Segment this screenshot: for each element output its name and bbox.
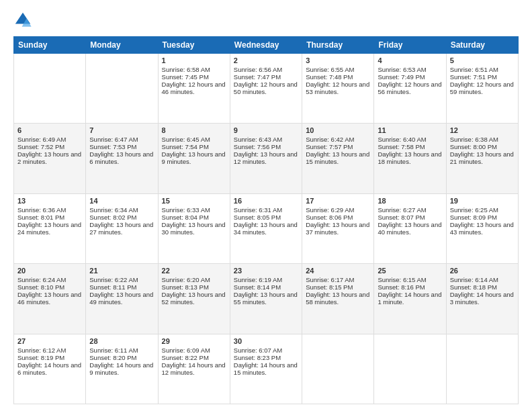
day-info: Sunset: 8:19 PM (17, 354, 82, 361)
day-number: 6 (17, 126, 82, 134)
day-info: Daylight: 13 hours and 6 minutes. (89, 150, 154, 165)
day-info: Sunrise: 6:45 AM (162, 136, 226, 143)
day-info: Sunrise: 6:36 AM (17, 206, 82, 214)
day-info: Sunset: 7:58 PM (378, 143, 442, 150)
day-number: 25 (378, 267, 442, 275)
calendar-cell: 2Sunrise: 6:56 AMSunset: 7:47 PMDaylight… (230, 54, 302, 124)
day-info: Sunrise: 6:14 AM (450, 276, 515, 283)
day-info: Sunrise: 6:56 AM (234, 66, 298, 73)
day-info: Daylight: 13 hours and 34 minutes. (234, 221, 298, 236)
day-info: Daylight: 14 hours and 15 minutes. (234, 361, 298, 376)
col-header-sunday: Sunday (14, 37, 86, 54)
day-number: 17 (306, 197, 370, 205)
col-header-saturday: Saturday (446, 37, 518, 54)
day-info: Daylight: 13 hours and 40 minutes. (378, 221, 442, 236)
day-info: Sunset: 8:18 PM (450, 283, 515, 291)
day-info: Daylight: 12 hours and 46 minutes. (162, 81, 226, 95)
day-number: 18 (378, 197, 442, 205)
day-info: Sunset: 7:49 PM (378, 73, 442, 81)
day-info: Sunrise: 6:12 AM (17, 347, 82, 354)
calendar-cell: 5Sunrise: 6:51 AMSunset: 7:51 PMDaylight… (446, 54, 518, 124)
day-number: 24 (306, 267, 370, 275)
day-info: Sunrise: 6:17 AM (306, 276, 370, 283)
day-info: Daylight: 12 hours and 53 minutes. (306, 81, 370, 95)
calendar-cell (302, 334, 374, 404)
day-number: 27 (17, 337, 82, 345)
day-info: Sunset: 8:07 PM (378, 214, 442, 221)
day-info: Sunrise: 6:47 AM (89, 136, 154, 143)
calendar-cell (446, 334, 518, 404)
calendar-cell: 8Sunrise: 6:45 AMSunset: 7:54 PMDaylight… (158, 124, 230, 193)
calendar-cell: 26Sunrise: 6:14 AMSunset: 8:18 PMDayligh… (446, 264, 518, 334)
day-info: Daylight: 13 hours and 49 minutes. (89, 291, 154, 306)
day-info: Daylight: 14 hours and 12 minutes. (162, 361, 226, 376)
day-number: 3 (306, 56, 370, 64)
day-info: Sunrise: 6:38 AM (450, 136, 515, 143)
week-row-1: 1Sunrise: 6:58 AMSunset: 7:45 PMDaylight… (14, 54, 519, 124)
col-header-monday: Monday (86, 37, 158, 54)
day-number: 20 (17, 267, 82, 275)
day-info: Sunset: 8:14 PM (234, 283, 298, 291)
day-info: Sunset: 7:52 PM (17, 143, 82, 150)
day-info: Daylight: 13 hours and 27 minutes. (89, 221, 154, 236)
day-info: Sunrise: 6:43 AM (234, 136, 298, 143)
calendar-cell: 11Sunrise: 6:40 AMSunset: 7:58 PMDayligh… (374, 124, 446, 193)
calendar-cell: 15Sunrise: 6:33 AMSunset: 8:04 PMDayligh… (158, 193, 230, 263)
week-row-3: 13Sunrise: 6:36 AMSunset: 8:01 PMDayligh… (14, 193, 519, 263)
calendar-cell: 14Sunrise: 6:34 AMSunset: 8:02 PMDayligh… (86, 193, 158, 263)
day-info: Sunset: 7:47 PM (234, 73, 298, 81)
calendar-cell: 25Sunrise: 6:15 AMSunset: 8:16 PMDayligh… (374, 264, 446, 334)
day-info: Daylight: 12 hours and 59 minutes. (450, 81, 515, 95)
day-info: Sunset: 7:48 PM (306, 73, 370, 81)
day-info: Daylight: 12 hours and 50 minutes. (234, 81, 298, 95)
day-info: Sunset: 7:56 PM (234, 143, 298, 150)
day-info: Daylight: 14 hours and 3 minutes. (450, 291, 515, 306)
day-info: Daylight: 13 hours and 46 minutes. (17, 291, 82, 306)
calendar-cell: 29Sunrise: 6:09 AMSunset: 8:22 PMDayligh… (158, 334, 230, 404)
calendar-cell: 6Sunrise: 6:49 AMSunset: 7:52 PMDaylight… (14, 124, 86, 193)
day-info: Sunrise: 6:55 AM (306, 66, 370, 73)
day-info: Sunrise: 6:15 AM (378, 276, 442, 283)
calendar-cell: 17Sunrise: 6:29 AMSunset: 8:06 PMDayligh… (302, 193, 374, 263)
day-info: Sunrise: 6:53 AM (378, 66, 442, 73)
calendar-cell: 24Sunrise: 6:17 AMSunset: 8:15 PMDayligh… (302, 264, 374, 334)
day-info: Sunset: 8:22 PM (162, 354, 226, 361)
day-number: 13 (17, 197, 82, 205)
day-info: Sunrise: 6:33 AM (162, 206, 226, 214)
calendar-cell: 9Sunrise: 6:43 AMSunset: 7:56 PMDaylight… (230, 124, 302, 193)
header (13, 11, 519, 30)
day-info: Sunrise: 6:11 AM (89, 347, 154, 354)
calendar-cell: 13Sunrise: 6:36 AMSunset: 8:01 PMDayligh… (14, 193, 86, 263)
day-number: 11 (378, 126, 442, 134)
week-row-5: 27Sunrise: 6:12 AMSunset: 8:19 PMDayligh… (14, 334, 519, 404)
day-number: 22 (162, 267, 226, 275)
day-info: Sunrise: 6:42 AM (306, 136, 370, 143)
calendar-cell: 30Sunrise: 6:07 AMSunset: 8:23 PMDayligh… (230, 334, 302, 404)
day-info: Sunset: 8:02 PM (89, 214, 154, 221)
day-number: 2 (234, 56, 298, 64)
day-info: Sunset: 7:51 PM (450, 73, 515, 81)
day-info: Daylight: 14 hours and 1 minute. (378, 291, 442, 306)
day-info: Sunset: 8:15 PM (306, 283, 370, 291)
day-number: 10 (306, 126, 370, 134)
column-headers-row: SundayMondayTuesdayWednesdayThursdayFrid… (14, 37, 519, 54)
calendar-cell: 20Sunrise: 6:24 AMSunset: 8:10 PMDayligh… (14, 264, 86, 334)
day-info: Sunset: 8:20 PM (89, 354, 154, 361)
day-info: Daylight: 13 hours and 2 minutes. (17, 150, 82, 165)
col-header-friday: Friday (374, 37, 446, 54)
day-info: Daylight: 13 hours and 43 minutes. (450, 221, 515, 236)
day-number: 12 (450, 126, 515, 134)
day-info: Sunset: 7:54 PM (162, 143, 226, 150)
day-info: Daylight: 12 hours and 56 minutes. (378, 81, 442, 95)
day-number: 15 (162, 197, 226, 205)
calendar-cell (86, 54, 158, 124)
day-number: 4 (378, 56, 442, 64)
calendar-cell: 22Sunrise: 6:20 AMSunset: 8:13 PMDayligh… (158, 264, 230, 334)
day-info: Daylight: 13 hours and 37 minutes. (306, 221, 370, 236)
calendar-cell: 27Sunrise: 6:12 AMSunset: 8:19 PMDayligh… (14, 334, 86, 404)
day-info: Sunrise: 6:31 AM (234, 206, 298, 214)
day-info: Sunset: 8:23 PM (234, 354, 298, 361)
day-info: Sunset: 8:01 PM (17, 214, 82, 221)
day-info: Daylight: 13 hours and 55 minutes. (234, 291, 298, 306)
day-info: Daylight: 13 hours and 52 minutes. (162, 291, 226, 306)
